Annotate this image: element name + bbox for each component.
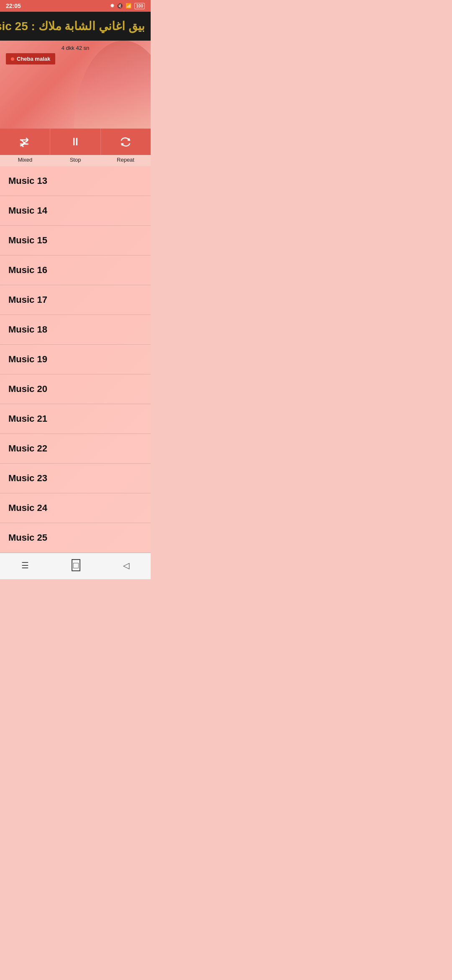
track-duration: 4 dkk 42 sn <box>62 45 90 51</box>
bluetooth-icon: ✸ <box>110 3 114 9</box>
music-item-25[interactable]: Music 25 <box>0 523 151 553</box>
player-section: 4 dkk 42 sn Cheba malak <box>0 41 151 129</box>
stop-label: Stop <box>50 155 100 166</box>
music-item-13[interactable]: Music 13 <box>0 166 151 196</box>
music-item-20[interactable]: Music 20 <box>0 374 151 404</box>
shuffle-button[interactable] <box>0 129 50 155</box>
controls-labels: Mixed Stop Repeat <box>0 155 151 166</box>
battery-indicator: 100 <box>134 3 145 9</box>
controls-buttons: ⏸ <box>0 129 151 155</box>
music-item-15[interactable]: Music 15 <box>0 226 151 255</box>
music-item-23[interactable]: Music 23 <box>0 464 151 493</box>
music-item-18[interactable]: Music 18 <box>0 315 151 345</box>
music-item-14[interactable]: Music 14 <box>0 196 151 226</box>
music-items-container: Music 13Music 14Music 15Music 16Music 17… <box>0 166 151 553</box>
app-title: بيق اغاني الشابة ملاك : Music 25 <box>6 19 145 33</box>
home-icon: □ <box>72 559 80 571</box>
back-nav-button[interactable]: ◁ <box>115 558 138 573</box>
home-nav-button[interactable]: □ <box>63 557 89 573</box>
menu-icon: ☰ <box>21 561 29 570</box>
repeat-label: Repeat <box>100 155 151 166</box>
status-bar: 22:05 ✸ 🔇 📶 100 <box>0 0 151 12</box>
status-time: 22:05 <box>6 3 21 9</box>
music-item-17[interactable]: Music 17 <box>0 285 151 315</box>
repeat-button[interactable] <box>101 129 151 155</box>
artist-badge: Cheba malak <box>6 53 55 64</box>
back-icon: ◁ <box>123 561 129 570</box>
controls-bar: ⏸ Mixed Stop Repeat <box>0 129 151 166</box>
mute-icon: 🔇 <box>117 3 123 9</box>
music-item-24[interactable]: Music 24 <box>0 493 151 523</box>
pause-icon: ⏸ <box>70 135 81 148</box>
artist-name: Cheba malak <box>17 56 50 62</box>
nav-bar: ☰ □ ◁ <box>0 553 151 579</box>
header-banner: بيق اغاني الشابة ملاك : Music 25 <box>0 12 151 41</box>
menu-nav-button[interactable]: ☰ <box>13 558 37 573</box>
signal-icon: 📶 <box>126 3 132 9</box>
music-list: Music 13Music 14Music 15Music 16Music 17… <box>0 166 151 553</box>
music-item-16[interactable]: Music 16 <box>0 255 151 285</box>
recording-dot <box>11 57 14 61</box>
music-item-19[interactable]: Music 19 <box>0 345 151 374</box>
stop-button[interactable]: ⏸ <box>50 129 100 155</box>
status-icons: ✸ 🔇 📶 100 <box>110 3 145 9</box>
music-item-22[interactable]: Music 22 <box>0 434 151 464</box>
music-item-21[interactable]: Music 21 <box>0 404 151 434</box>
shuffle-label: Mixed <box>0 155 50 166</box>
